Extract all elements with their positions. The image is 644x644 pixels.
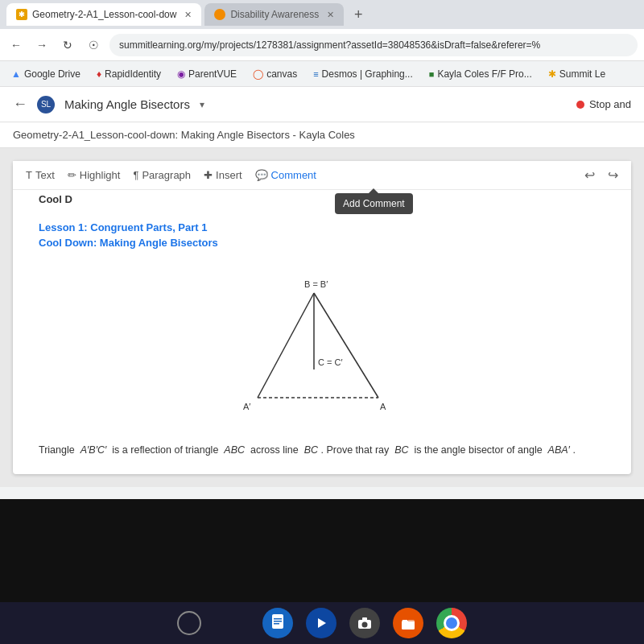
bookmark-label-summit: Summit Le (559, 68, 605, 80)
bookmark-label-drive: Google Drive (24, 68, 80, 80)
svg-rect-16 (402, 620, 415, 630)
tab-close-2[interactable]: ✕ (327, 10, 334, 20)
svg-text:C = C′: C = C′ (318, 357, 343, 367)
sl-dropdown[interactable]: ▾ (200, 99, 204, 110)
address-bar: ← → ↻ ☉ (0, 29, 644, 61)
svg-text:A: A (380, 402, 386, 411)
triangle-svg: B = B′ A′ A C = C′ (217, 265, 427, 426)
google-drive-icon: ▲ (11, 68, 21, 80)
lesson-heading: Lesson 1: Congruent Parts, Part 1 (39, 221, 605, 233)
tab-disability[interactable]: Disability Awareness ✕ (204, 3, 344, 26)
stop-dot (576, 101, 584, 109)
tab-favicon-2 (214, 9, 225, 20)
doc-content: Lesson 1: Congruent Parts, Part 1 Cool D… (13, 205, 631, 474)
sl-stop-section: Stop and (576, 98, 631, 110)
stop-label: Stop and (589, 98, 631, 110)
svg-text:B = B′: B = B′ (304, 279, 328, 289)
reload-button[interactable]: ↻ (58, 35, 77, 55)
toolbar-insert[interactable]: ✚ Insert (204, 169, 242, 181)
sl-logo: SL (37, 96, 55, 114)
parentvue-icon: ◉ (177, 68, 185, 80)
svg-rect-11 (274, 623, 279, 625)
taskbar-files-icon[interactable] (393, 608, 423, 638)
svg-rect-15 (362, 617, 367, 621)
bookmark-canvas[interactable]: ◯ canvas (248, 67, 302, 81)
summit-icon: ✱ (548, 68, 556, 80)
comment-icon: 💬 (255, 169, 268, 181)
svg-text:A′: A′ (243, 402, 250, 411)
bookmark-google-drive[interactable]: ▲ Google Drive (6, 67, 85, 81)
document-area: T Text ✏ Highlight ¶ Paragraph ✚ Insert (0, 148, 644, 487)
page-title: Geometry-2-A1_Lesson-cool-down: Making A… (0, 122, 644, 148)
summit-header: ← SL Making Angle Bisectors ▾ Stop and (0, 87, 644, 122)
bookmark-kayla[interactable]: ■ Kayla Coles F/F Pro... (424, 67, 537, 81)
bookmark-parentvue[interactable]: ◉ ParentVUE (172, 67, 242, 81)
insert-icon: ✚ (204, 169, 213, 181)
tab-close-1[interactable]: ✕ (184, 10, 192, 20)
bookmark-label-desmos: Desmos | Graphing... (322, 68, 413, 80)
taskbar-circle (177, 611, 201, 635)
taskbar-docs-icon[interactable] (262, 608, 293, 638)
tab-label-2: Disability Awareness (230, 9, 319, 20)
paragraph-icon: ¶ (133, 169, 138, 181)
desmos-icon: ≡ (313, 69, 318, 79)
triangle-diagram: B = B′ A′ A C = C′ (39, 265, 605, 426)
sl-title: Making Angle Bisectors (64, 97, 190, 111)
lesson-subheading: Cool Down: Making Angle Bisectors (39, 237, 605, 249)
cool-down-partial: Cool D (13, 190, 631, 205)
doc-toolbar: T Text ✏ Highlight ¶ Paragraph ✚ Insert (13, 161, 631, 190)
svg-point-14 (362, 622, 368, 628)
tab-label-1: Geometry-2-A1_Lesson-cool-dow (32, 9, 176, 20)
svg-line-0 (258, 293, 314, 398)
rapididentity-icon: ♦ (97, 68, 101, 80)
taskbar (0, 602, 644, 644)
undo-button[interactable]: ↩ (584, 167, 595, 183)
bookmarks-bar: ▲ Google Drive ♦ RapidIdentity ◉ ParentV… (0, 61, 644, 87)
forward-button[interactable]: → (32, 35, 52, 55)
highlight-icon: ✏ (68, 169, 76, 181)
document-card: T Text ✏ Highlight ¶ Paragraph ✚ Insert (13, 161, 631, 474)
browser-window: ✱ Geometry-2-A1_Lesson-cool-dow ✕ Disabi… (0, 0, 644, 499)
taskbar-chrome-icon[interactable] (436, 608, 467, 638)
browser: ✱ Geometry-2-A1_Lesson-cool-dow ✕ Disabi… (0, 0, 644, 499)
toolbar-highlight[interactable]: ✏ Highlight (68, 169, 121, 181)
bookmark-label-rapid: RapidIdentity (105, 68, 161, 80)
toolbar-paragraph[interactable]: ¶ Paragraph (133, 169, 191, 181)
bookmark-summit[interactable]: ✱ Summit Le (543, 67, 610, 81)
tab-bar: ✱ Geometry-2-A1_Lesson-cool-dow ✕ Disabi… (0, 0, 644, 29)
home-button[interactable]: ☉ (84, 35, 103, 55)
laptop-bezel (0, 499, 644, 604)
bookmark-label-kayla: Kayla Coles F/F Pro... (437, 68, 531, 80)
doc-body-text: Triangle A′B′C′ is a reflection of trian… (39, 442, 605, 458)
redo-button[interactable]: ↪ (608, 167, 618, 183)
toolbar-comment[interactable]: 💬 Comment (255, 169, 316, 181)
tab-favicon-1: ✱ (16, 9, 27, 20)
text-icon: T (26, 169, 32, 181)
bookmark-rapididentity[interactable]: ♦ RapidIdentity (92, 67, 166, 81)
svg-line-1 (314, 293, 378, 398)
comment-tooltip: Add Comment (335, 193, 413, 214)
tab-geometry[interactable]: ✱ Geometry-2-A1_Lesson-cool-dow ✕ (6, 3, 201, 26)
taskbar-camera-icon[interactable] (349, 608, 380, 638)
svg-rect-10 (274, 621, 282, 622)
address-input[interactable] (109, 34, 638, 56)
taskbar-play-icon[interactable] (306, 608, 336, 638)
bookmark-label-parentvue: ParentVUE (188, 68, 237, 80)
kayla-icon: ■ (429, 69, 435, 79)
back-button[interactable]: ← (6, 35, 26, 55)
new-tab-button[interactable]: + (347, 3, 369, 26)
svg-marker-12 (318, 618, 326, 628)
canvas-icon: ◯ (253, 68, 263, 80)
bookmark-label-canvas: canvas (266, 68, 297, 80)
sl-back-button[interactable]: ← (13, 96, 27, 113)
svg-rect-9 (274, 618, 282, 620)
bookmark-desmos[interactable]: ≡ Desmos | Graphing... (308, 67, 418, 81)
toolbar-text[interactable]: T Text (26, 169, 55, 181)
